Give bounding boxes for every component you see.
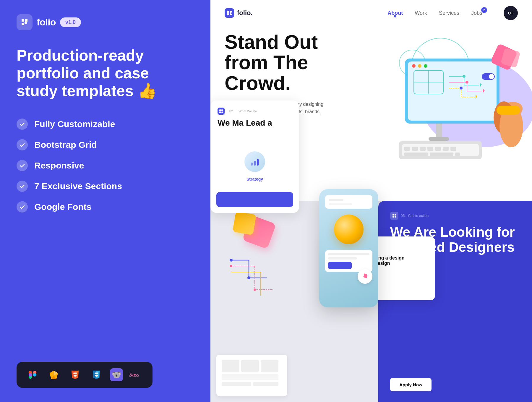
feature-label-1: Fully Customizable [34,119,115,129]
hiring-card-header: 05. Call to action [390,212,520,220]
svg-rect-65 [254,161,256,166]
svg-point-84 [395,216,396,218]
svg-point-39 [460,87,463,90]
preview-card-folio-icon [218,108,225,115]
svg-rect-48 [435,147,441,151]
svg-rect-22 [227,13,229,15]
hiring-section-num: 05. [401,214,406,218]
version-badge: v1.0 [60,17,81,27]
nav-logo-icon [225,8,234,18]
bottom-wireframe-card [216,355,287,396]
feature-google-fonts: Google Fonts [17,201,194,213]
svg-rect-61 [221,109,223,111]
feature-label-3: Responsive [34,161,84,171]
svg-point-37 [463,75,466,78]
svg-rect-74 [222,374,278,380]
left-panel: folio v1.0 Production-ready portfolio an… [0,0,210,402]
preview-card-title: We Ma Lead a [218,118,292,128]
nav-links: About Work Services Jobs 2 UI 8 [387,6,518,20]
preview-section-num: 02. [229,109,234,113]
hero-title: Stand Out from The Crowd. [225,32,366,93]
svg-point-4 [33,373,36,376]
nav-about[interactable]: About [387,10,403,16]
svg-rect-66 [257,159,259,166]
svg-rect-27 [429,137,449,141]
features-list: Fully Customizable Bootstrap Grid Respon… [17,119,194,362]
sass-icon: Sass [129,367,144,382]
svg-rect-26 [436,124,442,138]
svg-rect-53 [455,153,460,156]
ui8-badge: UI 8 [504,6,518,20]
preview-section-label: What We Do [239,109,257,113]
sketch-icon [46,367,61,382]
hiring-card: 05. Call to action We Are Looking for Ta… [378,201,532,402]
svg-rect-73 [261,360,278,372]
hiring-section-label: Call to action [408,214,429,218]
logo-icon [17,14,33,30]
check-icon-3 [17,160,28,171]
phone-card-2 [325,250,372,272]
jobs-badge: 2 [481,7,487,13]
phone-line-3 [328,253,369,255]
svg-text:Sass: Sass [129,372,139,378]
phone-line-4 [328,257,357,260]
svg-point-68 [247,276,250,279]
svg-point-67 [230,259,233,262]
strategy-label: Strategy [218,177,292,181]
monitor-illustration [375,35,529,165]
nav-logo-text: folio. [237,9,253,17]
svg-rect-21 [230,11,232,13]
svg-rect-44 [404,147,410,151]
gold-sphere [334,215,364,244]
phone-card-1 [325,195,372,209]
css3-icon [89,367,104,382]
svg-point-29 [418,64,421,68]
nav-services[interactable]: Services [439,10,459,16]
svg-rect-49 [443,147,449,151]
phone-cursor [358,269,372,284]
svg-rect-47 [427,147,433,151]
feature-label-2: Bootstrap Grid [34,140,97,150]
paw-icon: 🐨 [110,368,123,381]
svg-rect-57 [497,106,520,115]
svg-rect-51 [404,153,428,156]
svg-point-69 [230,265,232,267]
svg-marker-18 [95,372,98,374]
check-icon-4 [17,181,28,192]
feature-exclusive-sections: 7 Exclusive Sections [17,181,194,192]
svg-rect-46 [420,147,426,151]
phone-line-1 [329,199,343,201]
nav-logo: folio. [225,8,253,18]
svg-rect-75 [222,382,251,386]
strategy-icon [244,151,265,172]
yellow-3d-shape [232,211,256,235]
svg-rect-60 [219,109,221,111]
hiring-folio-icon [390,212,398,220]
nav-bar: folio. About Work Services Jobs 2 [210,0,532,26]
preview-card: 02. What We Do We Ma Lead a Strategy [210,100,299,213]
feature-fully-customizable: Fully Customizable [17,119,194,130]
svg-rect-83 [392,216,394,218]
check-icon-5 [17,201,28,213]
svg-rect-72 [241,360,259,372]
html5-icon [67,367,83,382]
svg-rect-81 [392,214,394,215]
headline: Production-ready portfolio and case stud… [17,47,194,100]
bottom-arrows-svg [225,242,314,331]
nav-active-dot [394,15,396,17]
logo-row: folio v1.0 [17,14,194,30]
svg-point-63 [221,111,223,113]
nav-jobs[interactable]: Jobs 2 [471,10,482,16]
feature-responsive: Responsive [17,160,194,171]
svg-point-30 [424,64,427,68]
apply-now-button[interactable]: Apply Now [390,378,432,391]
nav-work[interactable]: Work [415,10,427,16]
strategy-chart: Strategy [218,151,292,181]
svg-point-23 [230,13,232,15]
svg-point-38 [466,81,468,84]
monitor-svg [381,41,529,165]
svg-point-28 [412,64,416,68]
svg-rect-64 [251,163,253,166]
svg-rect-52 [430,153,453,156]
right-panel: folio. About Work Services Jobs 2 [210,0,532,402]
